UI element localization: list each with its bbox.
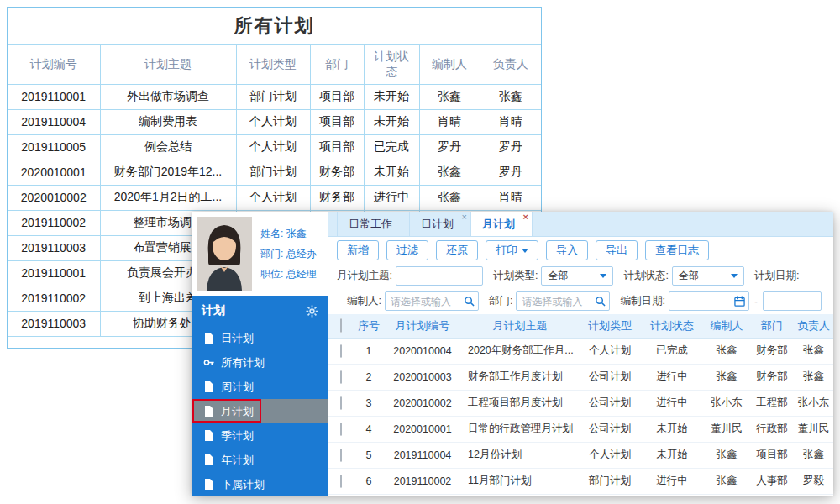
creator-link[interactable]: 张鑫 (703, 338, 750, 364)
table-cell: 部门计划 (236, 160, 310, 185)
plan-code-link[interactable]: 2019110004 (384, 442, 461, 468)
table-cell: 部门计划 (236, 84, 310, 109)
table-cell: 个人计划 (236, 109, 310, 134)
owner-link[interactable]: 罗毅 (794, 468, 833, 494)
creator-link[interactable]: 张小东 (703, 390, 750, 416)
creator-link[interactable]: 张鑫 (703, 468, 750, 494)
column-header: 月计划主题 (461, 314, 579, 338)
close-icon[interactable]: × (523, 213, 528, 222)
sidebar-item-all-plans[interactable]: 所有计划 (192, 350, 328, 375)
checkbox-cell (328, 468, 354, 494)
row-checkbox[interactable] (340, 370, 342, 384)
view-log-button[interactable]: 查看日志 (645, 240, 709, 260)
print-button[interactable]: 打印 (486, 240, 538, 260)
table-cell: 项目部 (310, 134, 364, 160)
creator-link[interactable]: 董川民 (703, 416, 750, 442)
plan-code-link[interactable]: 2019110002 (384, 468, 461, 494)
plan-type-cell: 个人计划 (579, 442, 641, 468)
dept-cell: 人事部 (750, 468, 794, 494)
create-date-end-input[interactable] (763, 291, 822, 311)
dept-cell: 行政部 (750, 416, 794, 442)
plan-code-link[interactable]: 2020010002 (384, 390, 461, 416)
import-button[interactable]: 导入 (546, 240, 588, 260)
export-button[interactable]: 导出 (596, 240, 638, 260)
topic-filter-input[interactable] (396, 266, 483, 286)
plan-type-cell: 个人计划 (579, 338, 641, 364)
sidebar-item-label: 月计划 (221, 404, 254, 419)
creator-filter-input[interactable] (385, 291, 479, 311)
key-icon (203, 357, 214, 368)
owner-link[interactable]: 张鑫 (794, 442, 833, 468)
avatar (197, 217, 252, 291)
close-icon[interactable]: × (462, 213, 467, 222)
sidebar-item-label: 周计划 (221, 380, 254, 395)
profile-name: 姓名: 张鑫 (260, 223, 317, 244)
checkbox-cell (328, 364, 354, 390)
plan-topic-link[interactable]: 12月份计划 (461, 442, 579, 468)
row-checkbox[interactable] (340, 423, 342, 436)
plan-code-link[interactable]: 2020010004 (384, 338, 461, 364)
screen: 所有计划 计划编号计划主题计划类型部门计划状态编制人负责人 2019110001… (0, 0, 840, 504)
table-row: 2019110001外出做市场调查部门计划项目部未开始张鑫张鑫 (8, 84, 541, 109)
row-checkbox[interactable] (340, 396, 342, 410)
table-cell: 未开始 (364, 109, 419, 134)
create-date-start-input[interactable] (669, 291, 749, 311)
sidebar-item-label: 年计划 (221, 453, 254, 468)
select-all-checkbox[interactable] (340, 318, 342, 333)
creator-link[interactable]: 张鑫 (703, 364, 750, 390)
caret-down-icon (731, 274, 738, 278)
plan-topic-link[interactable]: 日常的行政管理月计划 (461, 416, 579, 442)
filter-button[interactable]: 过滤 (386, 240, 428, 260)
create-date-start-field (669, 291, 749, 311)
plan-table-header-row: 序号月计划编号月计划主题计划类型计划状态编制人部门负责人 (328, 314, 833, 338)
print-label: 打印 (496, 243, 517, 258)
table-cell: 财务部门2019年12... (100, 160, 236, 185)
file-icon (203, 479, 214, 490)
gear-icon[interactable] (306, 305, 318, 318)
table-row: 6201911000211月部门计划部门计划进行中张鑫人事部罗毅 (328, 468, 833, 494)
tab-month-plan[interactable]: 月计划× (471, 212, 533, 236)
tab-day-plan[interactable]: 日计划× (410, 212, 471, 236)
creator-filter-field (385, 291, 479, 311)
column-header: 计划状态 (641, 314, 703, 338)
row-checkbox[interactable] (340, 344, 342, 358)
type-filter-value: 全部 (548, 269, 568, 283)
tab-label: 日常工作 (349, 218, 392, 230)
status-filter-select[interactable]: 全部 (672, 266, 744, 286)
table-cell: 2020010001 (8, 160, 100, 185)
creator-link[interactable]: 张鑫 (703, 442, 750, 468)
table-cell: 例会总结 (100, 134, 236, 160)
plan-topic-link[interactable]: 2020年财务部工作月... (461, 338, 579, 364)
plan-topic-link[interactable]: 11月部门计划 (461, 468, 579, 494)
reset-button[interactable]: 还原 (436, 240, 478, 260)
tab-daily-work[interactable]: 日常工作 (337, 212, 410, 236)
type-filter-select[interactable]: 全部 (541, 266, 613, 286)
owner-link[interactable]: 董川民 (794, 416, 833, 442)
table-row: 20200100022020年1月2日的工...个人计划财务部进行中张鑫肖晴 (8, 185, 541, 210)
status-filter-label: 计划状态: (623, 269, 668, 283)
row-checkbox[interactable] (340, 475, 342, 488)
plan-topic-link[interactable]: 财务部工作月度计划 (461, 364, 579, 390)
sidebar-item-day-plan[interactable]: 日计划 (192, 326, 328, 350)
plan-code-link[interactable]: 2020010001 (384, 416, 461, 442)
profile-title: 职位: 总经理 (260, 264, 317, 284)
sidebar-item-year-plan[interactable]: 年计划 (192, 448, 328, 472)
plan-code-link[interactable]: 2020010003 (384, 364, 461, 390)
add-button[interactable]: 新增 (337, 240, 379, 260)
owner-link[interactable]: 张鑫 (794, 338, 833, 364)
table-cell: 2020010002 (8, 185, 100, 210)
sidebar-item-quarter-plan[interactable]: 季计划 (192, 423, 328, 448)
date-range-separator: - (754, 296, 758, 307)
dept-filter-input[interactable] (516, 291, 610, 311)
sidebar-item-sub-plan[interactable]: 下属计划 (192, 472, 328, 496)
plan-topic-link[interactable]: 工程项目部月度计划 (461, 390, 579, 416)
table-cell: 肖晴 (480, 185, 541, 210)
table-row: 32020010002工程项目部月度计划公司计划进行中张小东工程部张小东 (328, 390, 833, 416)
table-cell: 外出做市场调查 (100, 84, 236, 109)
owner-link[interactable]: 张小东 (794, 390, 833, 416)
sidebar-item-week-plan[interactable]: 周计划 (192, 375, 328, 399)
owner-link[interactable]: 张鑫 (794, 364, 833, 390)
table-cell: 未开始 (364, 160, 419, 185)
sidebar-item-month-plan[interactable]: 月计划 (192, 399, 328, 423)
row-checkbox[interactable] (340, 449, 342, 462)
